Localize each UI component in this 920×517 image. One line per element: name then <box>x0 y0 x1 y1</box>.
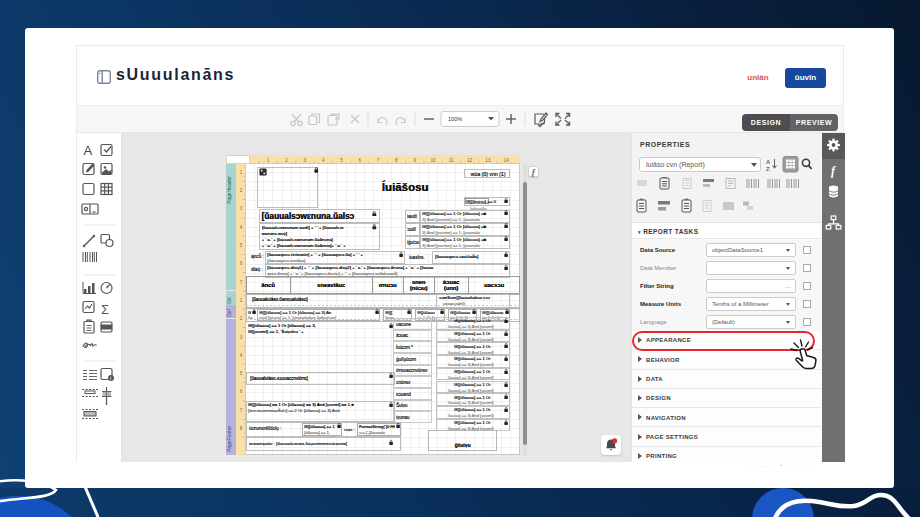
svg-text:f: f <box>831 164 836 178</box>
svg-text:A: A <box>84 143 93 158</box>
svg-text:2: 2 <box>240 316 243 321</box>
svg-text:6: 6 <box>240 389 243 394</box>
svg-text:A: A <box>766 159 771 165</box>
svg-text:14: 14 <box>503 158 509 163</box>
svg-text:Σ: Σ <box>101 302 109 317</box>
svg-text:8: 8 <box>395 158 398 163</box>
svg-text:11: 11 <box>448 158 453 163</box>
svg-text:4: 4 <box>240 353 243 358</box>
svg-text:12: 12 <box>467 158 473 163</box>
svg-text:5: 5 <box>240 243 243 248</box>
svg-text:9: 9 <box>413 158 416 163</box>
svg-text:i: i <box>110 375 111 381</box>
svg-text:3: 3 <box>303 158 306 163</box>
svg-text:10: 10 <box>430 158 436 163</box>
svg-text:4: 4 <box>321 158 324 163</box>
svg-text:1: 1 <box>240 298 243 303</box>
svg-text:13: 13 <box>485 158 491 163</box>
svg-text:8: 8 <box>240 426 243 431</box>
svg-text:1: 1 <box>267 158 270 163</box>
svg-text:2: 2 <box>285 158 288 163</box>
svg-text:6: 6 <box>358 158 361 163</box>
svg-text:Z: Z <box>766 166 770 172</box>
svg-text:100%: 100% <box>448 116 462 122</box>
svg-text:7: 7 <box>240 280 243 285</box>
svg-text:6: 6 <box>240 261 243 266</box>
svg-text:3: 3 <box>240 335 243 340</box>
svg-text:5: 5 <box>340 158 343 163</box>
svg-text:7: 7 <box>376 158 379 163</box>
svg-text:4: 4 <box>240 225 243 230</box>
svg-text:7: 7 <box>240 408 243 413</box>
svg-text:3: 3 <box>240 206 243 211</box>
svg-text:1: 1 <box>240 170 243 175</box>
svg-text:2: 2 <box>240 188 243 193</box>
svg-text:5: 5 <box>240 371 243 376</box>
